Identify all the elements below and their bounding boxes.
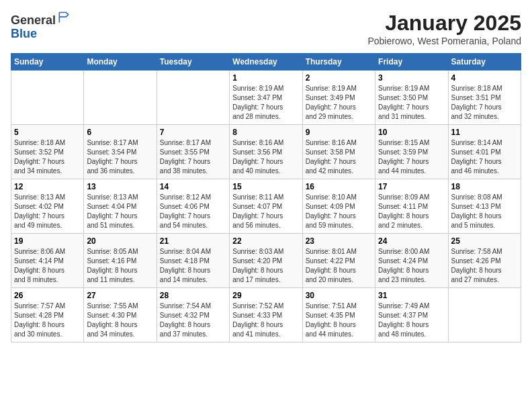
calendar-day-cell: 12Sunrise: 8:13 AM Sunset: 4:02 PM Dayli… [11,179,84,234]
day-info: Sunrise: 8:16 AM Sunset: 3:56 PM Dayligh… [232,138,299,176]
weekday-header: Friday [375,54,448,71]
day-number: 20 [87,236,153,246]
logo-flag-icon [57,11,71,24]
calendar-day-cell: 4Sunrise: 8:18 AM Sunset: 3:51 PM Daylig… [448,71,521,125]
day-number: 6 [87,128,153,137]
calendar-day-cell: 14Sunrise: 8:12 AM Sunset: 4:06 PM Dayli… [157,179,229,234]
day-info: Sunrise: 8:13 AM Sunset: 4:02 PM Dayligh… [14,193,81,230]
day-number: 30 [306,291,372,300]
day-info: Sunrise: 8:17 AM Sunset: 3:55 PM Dayligh… [160,138,226,176]
calendar-day-cell: 23Sunrise: 8:01 AM Sunset: 4:22 PM Dayli… [302,234,375,288]
subtitle: Pobierowo, West Pomerania, Poland [367,36,521,46]
calendar-day-cell: 16Sunrise: 8:10 AM Sunset: 4:09 PM Dayli… [302,179,375,234]
calendar-day-cell: 6Sunrise: 8:17 AM Sunset: 3:54 PM Daylig… [84,125,157,179]
day-number: 28 [160,291,226,300]
day-info: Sunrise: 8:05 AM Sunset: 4:16 PM Dayligh… [87,247,153,285]
day-number: 27 [87,291,153,300]
calendar-day-cell: 13Sunrise: 8:13 AM Sunset: 4:04 PM Dayli… [84,179,157,234]
day-number: 12 [14,182,81,191]
calendar-day-cell: 11Sunrise: 8:14 AM Sunset: 4:01 PM Dayli… [448,125,521,179]
main-title: January 2025 [367,11,521,36]
day-info: Sunrise: 8:09 AM Sunset: 4:11 PM Dayligh… [378,193,445,230]
day-info: Sunrise: 8:17 AM Sunset: 3:54 PM Dayligh… [87,138,153,176]
calendar-day-cell: 25Sunrise: 7:58 AM Sunset: 4:26 PM Dayli… [448,234,521,288]
calendar-day-cell: 29Sunrise: 7:52 AM Sunset: 4:33 PM Dayli… [230,288,302,342]
day-number: 25 [451,236,518,246]
day-number: 23 [306,236,372,246]
day-info: Sunrise: 8:03 AM Sunset: 4:20 PM Dayligh… [232,247,299,285]
day-number: 4 [451,73,518,83]
page-header: General Blue January 2025 Pobierowo, Wes… [11,11,521,46]
calendar-week-row: 19Sunrise: 8:06 AM Sunset: 4:14 PM Dayli… [11,234,521,288]
day-info: Sunrise: 7:57 AM Sunset: 4:28 PM Dayligh… [14,302,81,339]
calendar-day-cell [157,71,229,125]
day-number: 31 [378,291,445,300]
day-number: 15 [232,182,299,191]
day-info: Sunrise: 8:19 AM Sunset: 3:47 PM Dayligh… [232,84,299,122]
calendar-week-row: 5Sunrise: 8:18 AM Sunset: 3:52 PM Daylig… [11,125,521,179]
day-info: Sunrise: 8:16 AM Sunset: 3:58 PM Dayligh… [306,138,372,176]
weekday-header-row: SundayMondayTuesdayWednesdayThursdayFrid… [11,54,521,71]
weekday-header: Wednesday [230,54,302,71]
title-block: January 2025 Pobierowo, West Pomerania, … [367,11,521,46]
day-number: 29 [232,291,299,300]
calendar-week-row: 12Sunrise: 8:13 AM Sunset: 4:02 PM Dayli… [11,179,521,234]
day-number: 5 [14,128,81,137]
calendar-week-row: 26Sunrise: 7:57 AM Sunset: 4:28 PM Dayli… [11,288,521,342]
day-info: Sunrise: 8:15 AM Sunset: 3:59 PM Dayligh… [378,138,445,176]
day-info: Sunrise: 8:06 AM Sunset: 4:14 PM Dayligh… [14,247,81,285]
calendar-day-cell: 15Sunrise: 8:11 AM Sunset: 4:07 PM Dayli… [230,179,302,234]
day-number: 14 [160,182,226,191]
day-info: Sunrise: 8:13 AM Sunset: 4:04 PM Dayligh… [87,193,153,230]
day-number: 1 [232,73,299,83]
weekday-header: Thursday [302,54,375,71]
day-info: Sunrise: 8:18 AM Sunset: 3:51 PM Dayligh… [451,84,518,122]
day-info: Sunrise: 8:19 AM Sunset: 3:49 PM Dayligh… [306,84,372,122]
calendar-day-cell: 17Sunrise: 8:09 AM Sunset: 4:11 PM Dayli… [375,179,448,234]
day-number: 18 [451,182,518,191]
calendar-day-cell: 20Sunrise: 8:05 AM Sunset: 4:16 PM Dayli… [84,234,157,288]
day-number: 8 [232,128,299,137]
weekday-header: Monday [84,54,157,71]
day-number: 26 [14,291,81,300]
calendar-day-cell: 1Sunrise: 8:19 AM Sunset: 3:47 PM Daylig… [230,71,302,125]
day-number: 16 [306,182,372,191]
day-info: Sunrise: 8:12 AM Sunset: 4:06 PM Dayligh… [160,193,226,230]
calendar-table: SundayMondayTuesdayWednesdayThursdayFrid… [11,53,521,342]
day-info: Sunrise: 8:14 AM Sunset: 4:01 PM Dayligh… [451,138,518,176]
calendar-day-cell: 21Sunrise: 8:04 AM Sunset: 4:18 PM Dayli… [157,234,229,288]
calendar-day-cell: 3Sunrise: 8:19 AM Sunset: 3:50 PM Daylig… [375,71,448,125]
calendar-day-cell: 26Sunrise: 7:57 AM Sunset: 4:28 PM Dayli… [11,288,84,342]
calendar-day-cell: 24Sunrise: 8:00 AM Sunset: 4:24 PM Dayli… [375,234,448,288]
calendar-day-cell [84,71,157,125]
day-number: 17 [378,182,445,191]
day-info: Sunrise: 8:04 AM Sunset: 4:18 PM Dayligh… [160,247,226,285]
day-info: Sunrise: 7:52 AM Sunset: 4:33 PM Dayligh… [232,302,299,339]
day-info: Sunrise: 8:18 AM Sunset: 3:52 PM Dayligh… [14,138,81,176]
calendar-day-cell: 22Sunrise: 8:03 AM Sunset: 4:20 PM Dayli… [230,234,302,288]
day-number: 10 [378,128,445,137]
calendar-day-cell: 5Sunrise: 8:18 AM Sunset: 3:52 PM Daylig… [11,125,84,179]
calendar-week-row: 1Sunrise: 8:19 AM Sunset: 3:47 PM Daylig… [11,71,521,125]
day-number: 24 [378,236,445,246]
calendar-day-cell: 19Sunrise: 8:06 AM Sunset: 4:14 PM Dayli… [11,234,84,288]
calendar-day-cell [448,288,521,342]
calendar-day-cell: 8Sunrise: 8:16 AM Sunset: 3:56 PM Daylig… [230,125,302,179]
calendar-day-cell: 9Sunrise: 8:16 AM Sunset: 3:58 PM Daylig… [302,125,375,179]
logo: General Blue [11,11,71,41]
calendar-day-cell [11,71,84,125]
day-number: 7 [160,128,226,137]
day-info: Sunrise: 7:49 AM Sunset: 4:37 PM Dayligh… [378,302,445,339]
day-info: Sunrise: 8:01 AM Sunset: 4:22 PM Dayligh… [306,247,372,285]
calendar-day-cell: 30Sunrise: 7:51 AM Sunset: 4:35 PM Dayli… [302,288,375,342]
day-number: 21 [160,236,226,246]
weekday-header: Tuesday [157,54,229,71]
day-number: 19 [14,236,81,246]
day-info: Sunrise: 7:58 AM Sunset: 4:26 PM Dayligh… [451,247,518,285]
day-info: Sunrise: 8:10 AM Sunset: 4:09 PM Dayligh… [306,193,372,230]
calendar-day-cell: 27Sunrise: 7:55 AM Sunset: 4:30 PM Dayli… [84,288,157,342]
weekday-header: Sunday [11,54,84,71]
day-number: 13 [87,182,153,191]
logo-general: General [11,13,56,27]
day-number: 22 [232,236,299,246]
